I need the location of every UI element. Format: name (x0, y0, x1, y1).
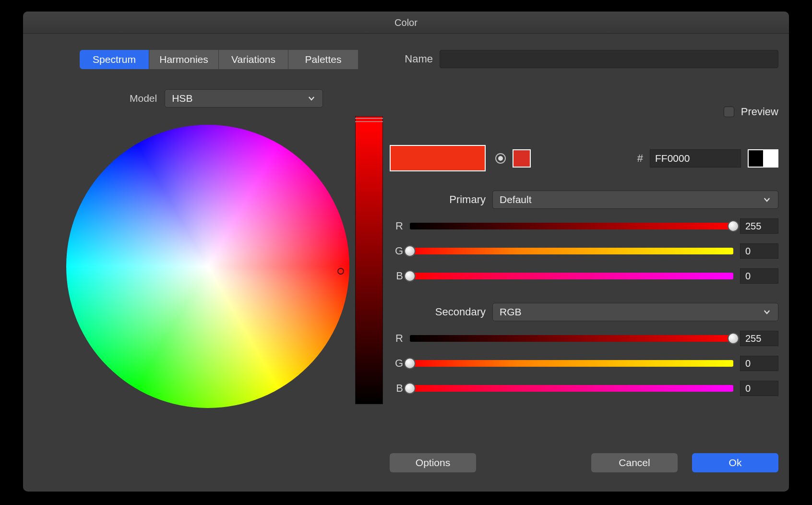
bw-swatch[interactable] (748, 149, 778, 168)
hex-input[interactable] (650, 149, 741, 168)
compare-radio[interactable] (495, 153, 506, 164)
chevron-down-icon (763, 308, 771, 316)
secondary-mode-value: RGB (500, 306, 522, 318)
primary-G-slider-thumb[interactable] (404, 245, 416, 257)
secondary-G-value[interactable] (740, 356, 778, 371)
secondary-B-slider[interactable] (410, 385, 733, 392)
primary-B-label: B (390, 270, 403, 282)
secondary-label: Secondary (390, 306, 486, 318)
primary-mode-value: Default (500, 194, 532, 205)
brightness-bar[interactable] (355, 116, 383, 404)
primary-G-value[interactable] (740, 243, 778, 259)
secondary-G-slider[interactable] (410, 360, 733, 367)
primary-G-slider[interactable] (410, 248, 733, 254)
primary-mode-select[interactable]: Default (492, 191, 778, 209)
tab-palettes[interactable]: Palettes (288, 50, 358, 69)
tab-bar: Spectrum Harmonies Variations Palettes (80, 50, 383, 69)
dialog-title: Color (23, 12, 789, 34)
tab-harmonies[interactable]: Harmonies (149, 50, 219, 69)
primary-B-slider[interactable] (410, 273, 733, 279)
secondary-B-label: B (390, 382, 403, 395)
secondary-B-value[interactable] (740, 381, 778, 396)
secondary-R-value[interactable] (740, 331, 778, 346)
preview-checkbox[interactable] (724, 107, 734, 117)
primary-R-label: R (390, 220, 403, 232)
hex-hash-label: # (637, 152, 643, 165)
secondary-mode-select[interactable]: RGB (492, 303, 778, 321)
primary-label: Primary (390, 193, 486, 206)
cancel-button[interactable]: Cancel (591, 453, 678, 472)
primary-G-label: G (390, 245, 403, 257)
secondary-R-label: R (390, 332, 403, 345)
tab-variations[interactable]: Variations (219, 50, 288, 69)
primary-B-value[interactable] (740, 268, 778, 284)
tab-spectrum[interactable]: Spectrum (80, 50, 149, 69)
white-swatch[interactable] (763, 150, 777, 167)
preview-label: Preview (741, 106, 778, 118)
compare-color-swatch[interactable] (513, 149, 531, 168)
primary-R-slider-thumb[interactable] (728, 220, 739, 232)
name-label: Name (390, 53, 433, 65)
primary-R-slider[interactable] (410, 223, 733, 229)
previous-color-swatch[interactable] (438, 146, 485, 170)
chevron-down-icon (307, 94, 316, 103)
secondary-R-slider[interactable] (410, 335, 733, 342)
color-dialog: Color Spectrum Harmonies Variations Pale… (23, 12, 789, 492)
model-select[interactable]: HSB (165, 89, 323, 108)
model-label: Model (130, 93, 157, 104)
current-color-swatch[interactable] (391, 146, 438, 170)
color-wheel-cursor[interactable] (337, 268, 344, 275)
primary-R-value[interactable] (740, 218, 778, 234)
color-wheel[interactable] (66, 125, 349, 408)
secondary-B-slider-thumb[interactable] (404, 383, 416, 394)
chevron-down-icon (763, 195, 771, 204)
name-input[interactable] (440, 50, 778, 68)
model-value: HSB (172, 93, 192, 104)
options-button[interactable]: Options (390, 453, 476, 472)
black-swatch[interactable] (749, 150, 763, 167)
primary-B-slider-thumb[interactable] (404, 270, 416, 282)
brightness-bar-thumb[interactable] (355, 118, 383, 122)
ok-button[interactable]: Ok (692, 453, 778, 472)
secondary-R-slider-thumb[interactable] (728, 333, 739, 344)
secondary-G-slider-thumb[interactable] (404, 358, 416, 369)
secondary-G-label: G (390, 357, 403, 370)
color-swatch-pair[interactable] (390, 145, 486, 171)
